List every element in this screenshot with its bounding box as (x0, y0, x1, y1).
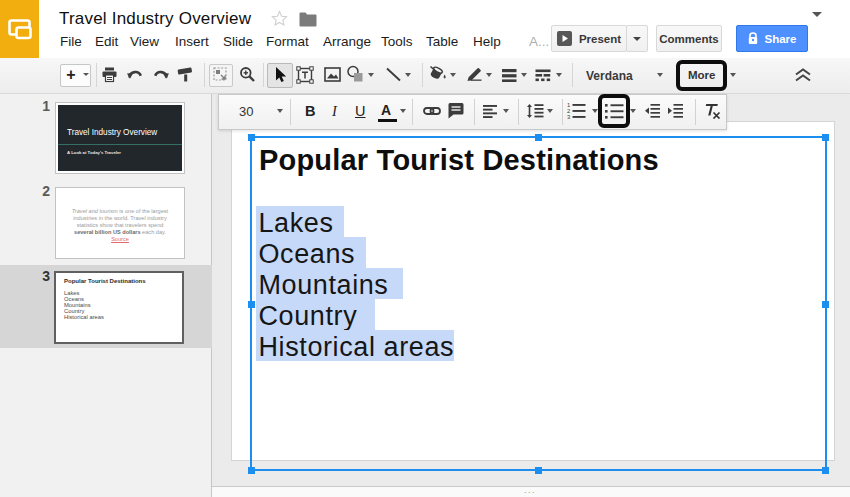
svg-text:3: 3 (567, 114, 570, 120)
